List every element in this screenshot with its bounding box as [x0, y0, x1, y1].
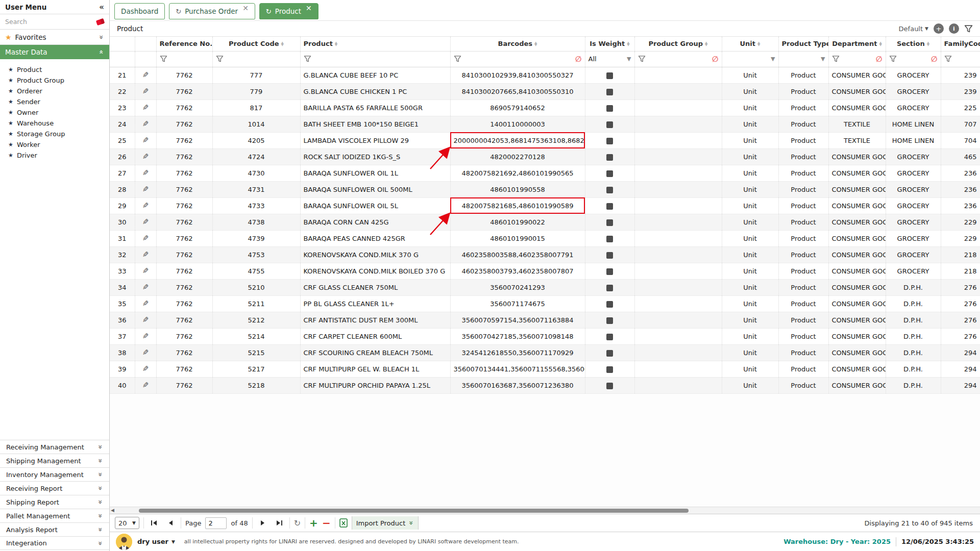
table-row[interactable]: 24✎77621014BATH SHEET EMB 100*150 BEIGE1…	[110, 116, 980, 132]
refresh-icon[interactable]: ↻	[294, 518, 301, 528]
refresh-icon[interactable]: ↻	[176, 8, 181, 15]
edit-icon[interactable]: ✎	[142, 299, 149, 308]
delete-row-button[interactable]: −	[322, 517, 331, 529]
table-row[interactable]: 34✎77625210CRF GLASS CLEANER 750ML356007…	[110, 279, 980, 295]
column-filter-icon[interactable]	[216, 55, 224, 63]
table-row[interactable]: 28✎77624731BARAQA SUNFLOWER OIL 500ML486…	[110, 181, 980, 197]
sidebar-item-orderer[interactable]: ★Orderer	[0, 86, 109, 96]
column-header-group[interactable]: Product Group▲▼	[634, 37, 722, 51]
next-page-button[interactable]	[257, 517, 269, 529]
sort-icon[interactable]: ▲▼	[879, 42, 881, 46]
table-row[interactable]: 27✎77624730BARAQA SUNFLOWER OIL 1L482007…	[110, 165, 980, 181]
is-weight-checkbox[interactable]	[606, 187, 613, 193]
column-header-unit[interactable]: Unit▲▼	[722, 37, 778, 51]
edit-icon[interactable]: ✎	[142, 234, 149, 243]
close-icon[interactable]: ✕	[242, 4, 249, 12]
sidebar-section-integeration[interactable]: Integeration»	[0, 536, 109, 550]
previous-page-button[interactable]	[164, 517, 177, 529]
sidebar-section-receiving-report[interactable]: Receiving Report»	[0, 481, 109, 495]
sidebar-item-sender[interactable]: ★Sender	[0, 96, 109, 107]
clear-filter-icon[interactable]: ∅	[876, 55, 883, 64]
edit-icon[interactable]: ✎	[142, 315, 149, 324]
table-row[interactable]: 22✎7762779G.BLANCA CUBE CHICKEN 1 PC8410…	[110, 83, 980, 99]
table-row[interactable]: 36✎77625212CRF ANTISTATIC DUST REM 300ML…	[110, 312, 980, 328]
is-weight-checkbox[interactable]	[606, 72, 613, 79]
is-weight-checkbox[interactable]	[606, 170, 613, 177]
column-filter-icon[interactable]	[160, 55, 167, 63]
sort-icon[interactable]: ▲▼	[705, 42, 707, 46]
is-weight-checkbox[interactable]	[606, 105, 613, 112]
sidebar-section-receiving-management[interactable]: Receiving Management»	[0, 440, 109, 454]
search-input[interactable]	[5, 18, 93, 26]
column-header-code[interactable]: Product Code▲▼	[212, 37, 300, 51]
is-weight-checkbox[interactable]	[606, 301, 613, 308]
view-selector-dropdown[interactable]: Default ▼	[899, 25, 928, 33]
column-header-barcodes[interactable]: Barcodes▲▼	[450, 37, 585, 51]
column-header-ptype[interactable]: Product Type▲▼	[778, 37, 828, 51]
edit-icon[interactable]: ✎	[142, 283, 149, 292]
edit-icon[interactable]: ✎	[142, 348, 149, 357]
column-filter-icon[interactable]	[454, 55, 461, 63]
edit-icon[interactable]: ✎	[142, 364, 149, 373]
column-header-name[interactable]: Product▲▼	[300, 37, 450, 51]
sidebar-item-worker[interactable]: ★Worker	[0, 139, 109, 150]
sidebar-item-owner[interactable]: ★Owner	[0, 107, 109, 118]
chevron-down-icon[interactable]: »	[97, 472, 105, 477]
table-row[interactable]: 21✎7762777G.BLANCA CUBE BEEF 10 PC841030…	[110, 67, 980, 83]
sidebar-item-product-group[interactable]: ★Product Group	[0, 75, 109, 86]
column-filter-icon[interactable]	[889, 55, 897, 63]
sidebar-section-analysis-report[interactable]: Analysis Report»	[0, 522, 109, 536]
is-weight-checkbox[interactable]	[606, 236, 613, 242]
column-filter-icon[interactable]	[638, 55, 646, 63]
chevron-down-icon[interactable]: ▼	[821, 56, 825, 62]
is-weight-checkbox[interactable]	[606, 334, 613, 340]
edit-icon[interactable]: ✎	[142, 332, 149, 341]
sort-icon[interactable]: ▲▼	[927, 42, 929, 46]
tab-dashboard[interactable]: Dashboard	[114, 3, 165, 19]
first-page-button[interactable]	[148, 517, 160, 529]
is-weight-checkbox[interactable]	[606, 138, 613, 144]
column-filter-icon[interactable]	[944, 55, 952, 63]
last-page-button[interactable]	[273, 517, 285, 529]
edit-icon[interactable]: ✎	[142, 266, 149, 276]
chevron-down-icon[interactable]: »	[97, 486, 105, 491]
table-row[interactable]: 39✎77625217CRF MULTIPURP GEL W. BLEACH 1…	[110, 361, 980, 377]
is-weight-checkbox[interactable]	[606, 89, 613, 95]
add-row-button[interactable]: +	[309, 517, 318, 529]
chevron-down-icon[interactable]: ▼	[771, 56, 775, 62]
clear-filter-icon[interactable]: ∅	[712, 55, 719, 64]
sort-icon[interactable]: ▲▼	[757, 42, 760, 46]
is-weight-checkbox[interactable]	[606, 252, 613, 259]
is-weight-checkbox[interactable]	[606, 268, 613, 275]
page-size-select[interactable]: 20 ▼	[115, 517, 139, 529]
table-row[interactable]: 38✎77625215CRF SCOURING CREAM BLEACH 750…	[110, 344, 980, 361]
is-weight-checkbox[interactable]	[606, 121, 613, 128]
chevron-down-icon[interactable]: »	[97, 514, 105, 518]
column-filter-icon[interactable]	[304, 55, 311, 63]
table-row[interactable]: 32✎77624753KORENOVSKAYA COND.MILK 370 G4…	[110, 246, 980, 263]
column-header-family[interactable]: FamilyCod▲▼	[941, 37, 980, 51]
column-header-weight[interactable]: Is Weight▲▼	[585, 37, 634, 51]
sidebar-item-warehouse[interactable]: ★Warehouse	[0, 118, 109, 129]
edit-icon[interactable]: ✎	[142, 201, 149, 210]
refresh-icon[interactable]: ↻	[266, 8, 272, 15]
sort-icon[interactable]: ▲▼	[534, 42, 537, 46]
scroll-left-icon[interactable]: ◀	[111, 508, 114, 513]
chevron-down-icon[interactable]: »	[97, 459, 105, 463]
table-row[interactable]: 30✎77624738BARAQA CORN CAN 425G486010199…	[110, 214, 980, 230]
column-filter-icon[interactable]	[832, 55, 840, 63]
edit-icon[interactable]: ✎	[142, 168, 149, 178]
sidebar-section-shipping-report[interactable]: Shipping Report»	[0, 495, 109, 509]
scrollbar-thumb[interactable]	[139, 509, 689, 513]
is-weight-checkbox[interactable]	[606, 219, 613, 226]
chevron-down-icon[interactable]: ▼	[627, 56, 631, 62]
is-weight-checkbox[interactable]	[606, 350, 613, 357]
tab-product[interactable]: ↻Product✕	[259, 3, 318, 19]
chevron-down-icon[interactable]: »	[97, 445, 105, 449]
clear-filter-icon[interactable]: ∅	[575, 55, 582, 64]
sidebar-item-storage-group[interactable]: ★Storage Group	[0, 129, 109, 139]
sort-icon[interactable]: ▲▼	[627, 42, 629, 46]
sidebar-item-product[interactable]: ★Product	[0, 64, 109, 75]
is-weight-checkbox[interactable]	[606, 154, 613, 161]
master-data-header[interactable]: Master Data «	[0, 45, 109, 59]
